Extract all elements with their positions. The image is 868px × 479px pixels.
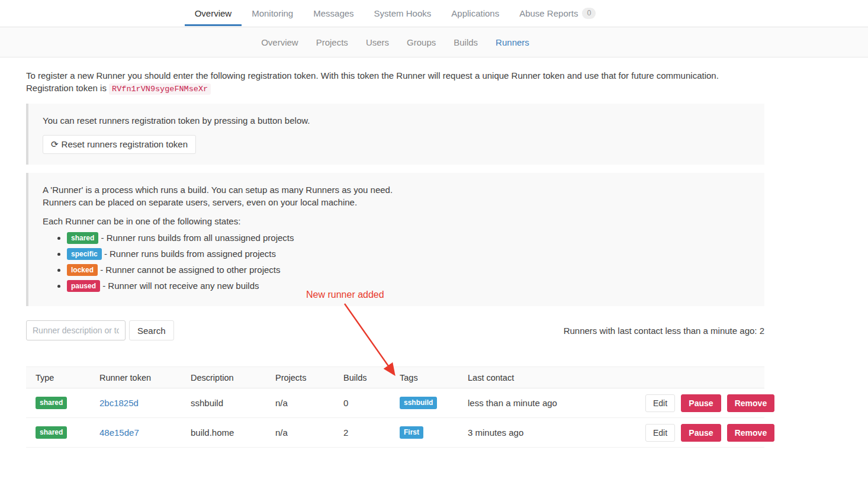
subnav-runners[interactable]: Runners [487,27,538,57]
state-item-locked: locked - Runner cannot be assigned to ot… [67,263,750,277]
runner-tag-badge: sshbuild [400,397,437,409]
edit-runner-button[interactable]: Edit [645,424,675,442]
runner-info-line1: A 'Runner' is a process which runs a bui… [43,184,750,197]
table-row: shared 2bc1825d sshbuild n/a 0 sshbuild … [26,388,764,418]
tab-system-hooks[interactable]: System Hooks [364,0,442,26]
runner-info-panel: A 'Runner' is a process which runs a bui… [26,173,764,307]
tab-overview[interactable]: Overview [185,0,242,26]
col-header-projects: Projects [266,367,334,388]
locked-state-badge: locked [67,264,98,276]
admin-sub-nav: Overview Projects Users Groups Builds Ru… [0,27,868,57]
runner-states-list: shared - Runner runs builds from all una… [67,232,750,292]
admin-top-nav-tabs: Overview Monitoring Messages System Hook… [26,0,764,26]
reset-runners-token-button[interactable]: ⟳Reset runners registration token [43,135,196,154]
reset-token-text: You can reset runners registration token… [43,114,750,127]
paused-state-badge: paused [67,280,100,292]
col-header-actions [636,367,764,388]
col-header-builds: Builds [334,367,390,388]
subnav-users[interactable]: Users [357,27,398,57]
state-item-paused: paused - Runner will not receive any new… [67,279,750,292]
tab-abuse-reports-label: Abuse Reports [519,8,578,18]
state-item-specific: specific - Runner runs builds from assig… [67,247,750,261]
tab-applications[interactable]: Applications [441,0,509,26]
search-button[interactable]: Search [129,320,174,340]
runners-table: Type Runner token Description Projects B… [26,367,764,448]
registration-token-prefix: Registration token is [26,83,107,93]
runner-description: sshbuild [181,388,266,418]
tab-messages-label: Messages [313,8,353,18]
runner-builds: 0 [334,388,390,418]
col-header-runner-token: Runner token [90,367,181,388]
registration-intro-line2: Registration token is RVfn1rVN9sygeFNMse… [26,82,764,95]
subnav-groups[interactable]: Groups [398,27,445,57]
specific-state-badge: specific [67,248,102,260]
registration-intro-line1: To register a new Runner you should ente… [26,69,764,82]
reset-runners-token-label: Reset runners registration token [62,139,188,149]
pause-runner-button[interactable]: Pause [681,394,721,412]
subnav-overview[interactable]: Overview [252,27,307,57]
col-header-description: Description [181,367,266,388]
admin-top-nav: Overview Monitoring Messages System Hook… [0,0,868,27]
runner-token-link[interactable]: 48e15de7 [99,427,139,438]
paused-state-description: - Runner will not receive any new builds [102,281,259,291]
runner-token-link[interactable]: 2bc1825d [99,398,139,408]
runners-last-contact-summary: Runners with last contact less than a mi… [564,326,764,336]
runner-search-row: Search Runners with last contact less th… [26,320,764,340]
shared-state-badge: shared [67,232,98,244]
tab-messages[interactable]: Messages [303,0,364,26]
locked-state-description: - Runner cannot be assigned to other pro… [100,265,280,275]
runner-search-input[interactable] [26,320,126,340]
subnav-projects[interactable]: Projects [307,27,357,57]
col-header-last-contact: Last contact [458,367,636,388]
tab-abuse-reports[interactable]: Abuse Reports 0 [509,0,606,26]
specific-state-description: - Runner runs builds from assigned proje… [104,249,276,259]
tab-system-hooks-label: System Hooks [374,8,432,18]
runner-builds: 2 [334,418,390,448]
subnav-builds[interactable]: Builds [445,27,487,57]
edit-runner-button[interactable]: Edit [645,394,675,412]
pause-runner-button[interactable]: Pause [681,424,721,442]
runner-tag-badge: First [400,426,423,438]
registration-token: RVfn1rVN9sygeFNMseXr [109,83,211,95]
col-header-tags: Tags [390,367,458,388]
runners-table-header-row: Type Runner token Description Projects B… [26,367,764,388]
runner-projects: n/a [266,418,334,448]
col-header-type: Type [26,367,90,388]
runner-type-badge: shared [36,426,67,438]
reset-token-panel: You can reset runners registration token… [26,104,764,165]
state-item-shared: shared - Runner runs builds from all una… [67,232,750,245]
abuse-reports-count-badge: 0 [582,8,596,19]
runner-states-intro: Each Runner can be in one of the followi… [43,215,750,228]
tab-monitoring-label: Monitoring [252,8,293,18]
tab-monitoring[interactable]: Monitoring [242,0,303,26]
runner-last-contact: 3 minutes ago [458,418,636,448]
annotation-new-runner-added: New runner added [306,290,384,300]
runner-type-badge: shared [36,397,67,409]
admin-sub-nav-links: Overview Projects Users Groups Builds Ru… [26,27,764,57]
table-row: shared 48e15de7 build.home n/a 2 First 3… [26,418,764,448]
runner-info-line2: Runners can be placed on separate users,… [43,196,750,209]
remove-runner-button[interactable]: Remove [727,424,774,442]
shared-state-description: - Runner runs builds from all unassigned… [101,233,294,243]
registration-intro: To register a new Runner you should ente… [26,69,764,95]
tab-overview-label: Overview [195,8,232,18]
runners-page: To register a new Runner you should ente… [26,69,764,448]
tab-applications-label: Applications [451,8,499,18]
runner-projects: n/a [266,388,334,418]
remove-runner-button[interactable]: Remove [727,394,774,412]
runner-description: build.home [181,418,266,448]
runner-last-contact: less than a minute ago [458,388,636,418]
refresh-icon: ⟳ [51,139,59,150]
